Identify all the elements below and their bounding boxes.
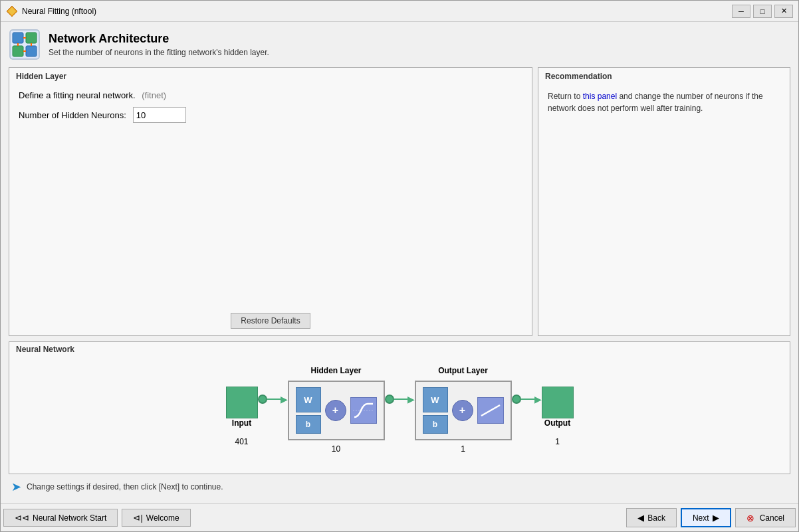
hidden-layer-label: Hidden Layer (310, 366, 361, 375)
cancel-label: Cancel (760, 513, 784, 523)
titlebar: Neural Fitting (nftool) ─ □ ✕ (1, 1, 798, 22)
info-text: Change settings if desired, then click [… (27, 482, 223, 491)
output-plus: + (452, 400, 473, 421)
arrowhead1: ▶ (281, 394, 288, 404)
recommendation-link[interactable]: this panel (583, 92, 617, 101)
welcome-icon: ⊲| (133, 513, 142, 523)
neural-network-diagram: Input 401 ▶ Hidden Layer W b (9, 357, 790, 463)
right-panel-title: Recommendation (538, 68, 790, 84)
circle1 (258, 395, 267, 404)
left-panel: Hidden Layer Define a fitting neural net… (9, 67, 532, 336)
output-label: Output (544, 418, 570, 428)
main-panels: Hidden Layer Define a fitting neural net… (9, 67, 790, 336)
svg-rect-6 (26, 46, 37, 56)
back-label: Back (647, 513, 665, 523)
back-icon: ◀ (637, 513, 644, 523)
define-label: Define a fitting neural network. (19, 90, 136, 100)
neural-network-title: Neural Network (9, 342, 790, 357)
restore-defaults-row: Restore Defaults (9, 306, 532, 335)
input-box (226, 387, 258, 418)
arrow1: ▶ (258, 394, 288, 426)
page-title: Network Architecture (49, 32, 269, 46)
output-w-box: W (423, 387, 448, 412)
arrow2: ▶ (385, 394, 415, 426)
output-layer-box: W b + (415, 381, 512, 440)
header-icon (9, 29, 41, 60)
header-section: Network Architecture Set the number of n… (9, 29, 790, 60)
back-button[interactable]: ◀ Back (626, 508, 677, 527)
input-group: Input 401 (226, 373, 258, 446)
cancel-icon: ⊗ (746, 513, 754, 523)
output-layer-label: Output Layer (438, 366, 488, 375)
neurons-label: Number of Hidden Neurons: (19, 110, 126, 120)
app-icon (6, 5, 18, 17)
line3 (521, 399, 534, 400)
window-controls: ─ □ ✕ (732, 5, 793, 18)
output-row (542, 387, 574, 418)
output-value: 1 (555, 437, 560, 446)
circle2 (385, 395, 394, 404)
svg-rect-5 (13, 46, 23, 56)
svg-rect-4 (26, 33, 37, 43)
hidden-value: 10 (332, 444, 340, 454)
output-wb-stack: W b (423, 387, 448, 434)
next-icon: ▶ (713, 513, 719, 523)
hidden-plus: + (325, 400, 346, 421)
neurons-row: Number of Hidden Neurons: (19, 107, 522, 123)
hidden-sigmoid (350, 397, 377, 424)
output-layer-group: Output Layer W b + (415, 366, 512, 454)
minimize-button[interactable]: ─ (732, 5, 750, 18)
input-label: Input (232, 418, 251, 428)
svg-rect-3 (13, 33, 23, 43)
input-row (226, 387, 258, 418)
neural-network-section: Neural Network Input 401 ▶ (9, 341, 790, 474)
next-label: Next (693, 513, 709, 523)
output-group: Output 1 (542, 373, 574, 446)
hidden-layer-group: Hidden Layer W b + (288, 366, 385, 454)
start-icon: ⊲⊲ (15, 513, 29, 523)
fitnet-label: (fitnet) (142, 90, 166, 100)
header-text: Network Architecture Set the number of n… (49, 32, 269, 57)
footer-left: ⊲⊲ Neural Network Start ⊲| Welcome (3, 509, 191, 527)
close-button[interactable]: ✕ (774, 5, 793, 18)
define-row: Define a fitting neural network. (fitnet… (19, 90, 522, 100)
line1 (267, 399, 281, 400)
right-panel: Recommendation Return to this panel and … (538, 67, 790, 336)
arrow3: ▶ (512, 394, 542, 426)
hidden-b-box: b (296, 415, 321, 434)
info-arrow-icon: ➤ (11, 480, 21, 494)
input-value: 401 (235, 437, 248, 446)
cancel-button[interactable]: ⊗ Cancel (735, 508, 796, 527)
arrowhead2: ▶ (407, 394, 415, 404)
maximize-button[interactable]: □ (753, 5, 772, 18)
content-area: Network Architecture Set the number of n… (1, 22, 798, 503)
restore-defaults-button[interactable]: Restore Defaults (231, 313, 310, 329)
page-subtitle: Set the number of neurons in the fitting… (49, 48, 269, 57)
welcome-label: Welcome (146, 513, 179, 523)
output-layer-value: 1 (461, 444, 465, 454)
left-panel-body: Define a fitting neural network. (fitnet… (9, 84, 532, 306)
output-sigmoid (477, 397, 504, 424)
next-button[interactable]: Next ▶ (681, 508, 731, 527)
arrowhead3: ▶ (534, 394, 542, 404)
main-window: Neural Fitting (nftool) ─ □ ✕ (0, 0, 799, 532)
recommendation-text: Return to this panel and change the numb… (538, 84, 790, 121)
circle3 (512, 395, 521, 404)
footer-right: ◀ Back Next ▶ ⊗ Cancel (626, 508, 796, 527)
neural-network-start-button[interactable]: ⊲⊲ Neural Network Start (3, 509, 118, 527)
left-panel-title: Hidden Layer (9, 68, 532, 84)
output-b-box: b (423, 415, 448, 434)
line2 (394, 399, 407, 400)
footer: ⊲⊲ Neural Network Start ⊲| Welcome ◀ Bac… (1, 503, 798, 531)
welcome-button[interactable]: ⊲| Welcome (122, 509, 190, 527)
window-title: Neural Fitting (nftool) (22, 7, 732, 16)
info-bar: ➤ Change settings if desired, then click… (9, 474, 790, 498)
neural-network-start-label: Neural Network Start (33, 513, 106, 523)
hidden-layer-box: W b + (288, 381, 385, 440)
neurons-input[interactable] (133, 107, 186, 123)
hidden-w-box: W (296, 387, 321, 412)
hidden-wb-stack: W b (296, 387, 321, 434)
output-box (542, 387, 574, 418)
